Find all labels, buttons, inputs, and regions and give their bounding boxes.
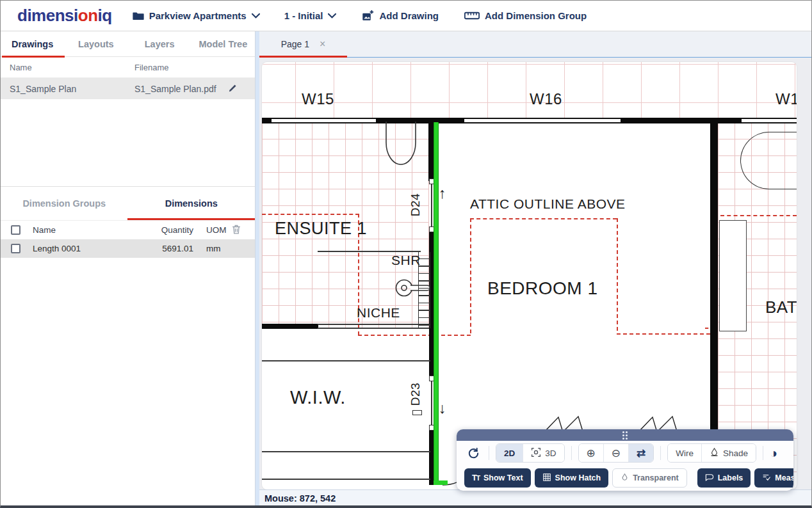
chevron-down-icon [328,13,336,19]
plan-fixtures [262,62,797,489]
column-name: Name [10,63,134,72]
measured-check-icon [762,473,771,484]
label-w16: W16 [530,90,562,108]
dimensions-section: Dimension Groups Dimensions Name Quantit… [1,186,255,258]
drag-dots-icon [622,431,628,440]
rotate-icon[interactable] [464,445,482,461]
tab-layers[interactable]: Layers [128,39,191,49]
mode-3d-button[interactable]: 3D [523,444,564,462]
close-icon[interactable]: × [320,39,325,49]
project-name: Parkview Apartments [149,10,247,21]
show-hatch-button[interactable]: Show Hatch [535,468,609,488]
toolbar-view-row: 2D 3D ⊕ ⊖ ⇄ Wire Shade ◑ [457,441,793,465]
tab-dimension-groups[interactable]: Dimension Groups [1,198,128,209]
app-logo[interactable]: dimensioniq [17,6,112,26]
hatch-grid-icon [542,473,551,484]
arrow-up-icon: ↑ [439,185,446,202]
selected-dimension-foot[interactable] [434,480,448,485]
transparent-button[interactable]: Transparent [612,468,687,488]
text-icon: TT [472,473,480,482]
selected-dimension-line[interactable] [434,122,439,485]
show-text-button[interactable]: TT Show Text [464,468,531,488]
label-bath: BATH [765,298,797,317]
zoom-in-icon: ⊕ [587,448,596,459]
select-all-checkbox[interactable] [11,225,20,235]
label-ensuite: ENSUITE 1 [275,219,367,239]
page-tab-bar: Page 1 × [259,31,812,58]
ruler-icon [464,11,480,20]
label-bedroom-1: BEDROOM 1 [487,278,598,299]
status-bar: Mouse: 872, 542 [259,489,812,506]
drawing-row[interactable]: S1_Sample Plan S1_Sample Plan.pdf [1,78,255,99]
active-dimension-tab-underline [127,218,255,220]
label-niche: NICHE [357,305,400,321]
dimensions-tab-bar: Dimension Groups Dimensions [1,186,255,220]
sidebar-tab-bar: Drawings Layouts Layers Model Tree [1,31,255,57]
droplet-icon [621,473,629,484]
tab-page-1[interactable]: Page 1 × [259,31,347,57]
label-wiw: W.I.W. [290,387,346,408]
drawing-paper[interactable]: W15 W16 W1 ENSUITE 1 ATTIC OUTLINE ABOVE… [262,62,797,489]
plan-viewer[interactable]: W15 W16 W1 ENSUITE 1 ATTIC OUTLINE ABOVE… [259,58,812,489]
trash-icon[interactable] [232,225,247,236]
drawing-filename: S1_Sample Plan.pdf [134,84,228,94]
add-drawing-icon [362,10,374,22]
contrast-icon[interactable]: ◑ [770,447,777,459]
zoom-out-icon: ⊖ [612,448,621,459]
fit-swap-button[interactable]: ⇄ [629,444,653,462]
dimension-row[interactable]: Length 0001 5691.01 mm [1,239,255,258]
toolbar-toggle-row: TT Show Text Show Hatch Transparent Labe… [457,465,793,491]
cube-3d-icon [531,447,541,459]
dimension-mode-group: 2D 3D [496,443,565,463]
wire-button[interactable]: Wire [668,444,702,462]
drawing-name: S1_Sample Plan [10,84,134,94]
drawings-table-header: Name Filename [1,57,255,78]
bathtub [740,132,797,189]
column-quantity: Quantity [143,225,202,235]
label-w17: W1 [775,90,797,108]
project-selector[interactable]: Parkview Apartments [133,10,260,21]
zoom-in-button[interactable]: ⊕ [579,444,604,462]
version-selector[interactable]: 1 - Initial [284,10,337,21]
panel-divider[interactable] [255,31,259,506]
column-filename: Filename [134,63,246,72]
active-tab-underline [2,56,65,58]
tab-layouts[interactable]: Layouts [64,39,127,49]
tab-drawings[interactable]: Drawings [1,39,64,49]
shade-icon [710,447,719,459]
label-d24: D24 [409,193,423,216]
zoom-out-button[interactable]: ⊖ [604,444,629,462]
app-window: dimensioniq Parkview Apartments 1 - Init… [0,0,812,508]
version-name: 1 - Initial [284,10,323,21]
dimension-uom: mm [202,244,232,253]
tab-dimensions[interactable]: Dimensions [128,198,256,209]
toilet [386,122,416,164]
swap-arrows-icon: ⇄ [637,448,646,459]
mode-2d-button[interactable]: 2D [496,444,523,462]
arrow-down-icon: ↓ [439,400,446,417]
tab-model-tree[interactable]: Model Tree [191,39,255,49]
label-attic-outline: ATTIC OUTLINE ABOVE [470,196,626,212]
column-name: Name [33,225,143,235]
floating-toolbar: 2D 3D ⊕ ⊖ ⇄ Wire Shade ◑ [457,429,793,491]
page-tab-label: Page 1 [281,39,309,49]
row-checkbox[interactable] [11,244,20,253]
toolbar-drag-handle[interactable] [457,429,793,441]
measured-button[interactable]: Measured [754,468,793,488]
shade-button[interactable]: Shade [702,444,756,462]
folder-icon [133,11,144,21]
column-uom: UOM [202,225,232,235]
label-d23: D23 [409,383,423,406]
left-sidebar: Drawings Layouts Layers Model Tree Name … [1,31,255,506]
top-header: dimensioniq Parkview Apartments 1 - Init… [1,1,811,31]
edit-pencil-icon[interactable] [228,83,246,95]
vanity-cabinet [719,220,747,331]
shower-rose [396,280,412,296]
add-drawing-button[interactable]: Add Drawing [362,10,439,22]
dimension-quantity: 5691.01 [143,244,202,253]
labels-button[interactable]: Labels [697,468,751,488]
add-dimension-group-button[interactable]: Add Dimension Group [464,10,587,21]
zoom-group: ⊕ ⊖ ⇄ [578,443,654,463]
render-mode-group: Wire Shade [667,443,756,463]
dimension-name: Length 0001 [33,244,143,253]
